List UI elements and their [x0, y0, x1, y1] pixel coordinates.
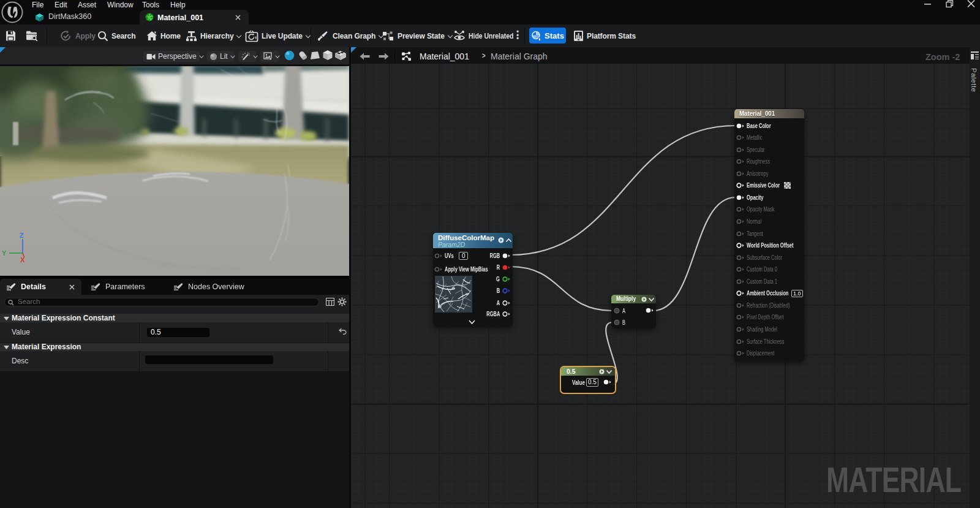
svg-text:X: X — [20, 256, 25, 263]
svg-text:Z: Z — [20, 232, 24, 239]
svg-text:Y: Y — [2, 249, 7, 257]
